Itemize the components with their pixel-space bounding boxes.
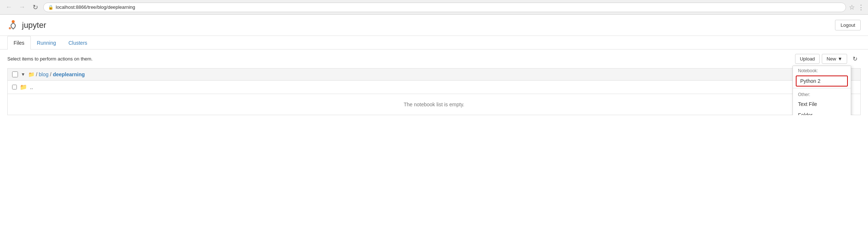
notebook-section-label: Notebook: (793, 66, 851, 75)
folder-option[interactable]: Folder (793, 110, 851, 115)
forward-button[interactable]: → (17, 2, 27, 12)
tabs-bar: Files Running Clusters (0, 36, 868, 49)
jupyter-logo-icon (7, 19, 19, 31)
reload-button[interactable]: ↻ (30, 2, 40, 12)
breadcrumb-blog-link[interactable]: blog (39, 71, 48, 77)
folder-icon: 📁 (20, 84, 27, 91)
secure-icon: 🔒 (48, 5, 54, 10)
address-bar[interactable]: 🔒 localhost:8866/tree/blog/deeplearning (43, 3, 846, 12)
file-list-container: ▼ 📁 / blog / deeplearning 📁 .. The noteb… (7, 68, 861, 115)
jupyter-header: jupyter Logout (0, 15, 868, 36)
tab-clusters[interactable]: Clusters (62, 36, 93, 49)
folder-icon: 📁 (28, 71, 34, 77)
text-file-option[interactable]: Text File (793, 99, 851, 110)
file-list-header: ▼ 📁 / blog / deeplearning (8, 69, 860, 81)
list-item[interactable]: 📁 .. (8, 81, 860, 94)
toolbar: Select items to perform actions on them.… (0, 49, 868, 68)
tab-running[interactable]: Running (31, 36, 62, 49)
url-text: localhost:8866/tree/blog/deeplearning (56, 4, 135, 10)
file-name: .. (30, 84, 33, 90)
svg-point-1 (9, 27, 11, 29)
upload-button[interactable]: Upload (795, 54, 820, 64)
blog-separator: / (50, 71, 51, 77)
header-dropdown-button[interactable]: ▼ (21, 72, 25, 77)
breadcrumb: 📁 / blog / deeplearning (28, 71, 85, 77)
other-section-label: Other: (793, 90, 851, 99)
new-dropdown-menu: Notebook: Python 2 Other: Text File Fold… (792, 66, 851, 115)
bookmark-icon[interactable]: ☆ (849, 3, 855, 11)
select-message: Select items to perform actions on them. (7, 56, 93, 62)
logout-button[interactable]: Logout (835, 20, 861, 30)
select-all-checkbox[interactable] (12, 71, 18, 77)
dropdown-divider (793, 88, 851, 88)
item-checkbox[interactable] (12, 85, 17, 89)
dropdown-arrow-icon: ▼ (838, 56, 842, 62)
toolbar-actions: Upload New ▼ ↻ Notebook: Python 2 Other:… (795, 53, 861, 65)
new-button[interactable]: New ▼ (822, 54, 847, 64)
back-button[interactable]: ← (4, 2, 14, 12)
breadcrumb-current: deeplearning (53, 71, 85, 77)
empty-message: The notebook list is empty. (8, 94, 860, 115)
browser-menu-button[interactable]: ⋮ (858, 3, 864, 11)
refresh-button[interactable]: ↻ (849, 53, 861, 65)
python2-option[interactable]: Python 2 (796, 76, 848, 87)
tab-files[interactable]: Files (7, 36, 31, 49)
root-separator: / (36, 71, 37, 77)
jupyter-logo: jupyter (7, 19, 46, 31)
new-label: New (827, 56, 836, 62)
browser-chrome: ← → ↻ 🔒 localhost:8866/tree/blog/deeplea… (0, 0, 868, 15)
jupyter-logo-text: jupyter (22, 21, 46, 30)
